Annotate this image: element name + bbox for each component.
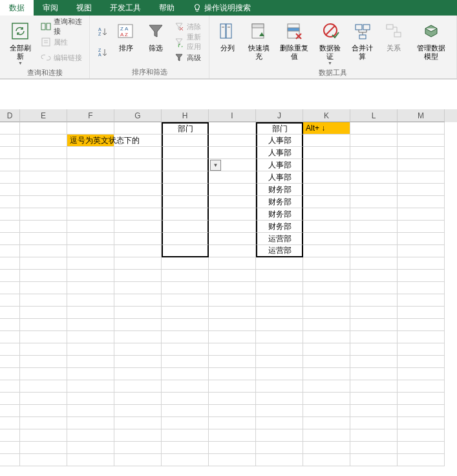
cell-E12[interactable] (20, 257, 67, 270)
cell-M8[interactable] (398, 208, 445, 221)
cell-H12[interactable] (162, 257, 209, 270)
cell-E21[interactable] (20, 368, 67, 380)
tab-data[interactable]: 数据 (0, 0, 34, 16)
cell-H18[interactable] (162, 331, 209, 343)
cell-J6[interactable]: 财务部 (256, 184, 303, 196)
cell-K27[interactable] (303, 442, 350, 454)
cell-G18[interactable] (114, 331, 162, 343)
cell-J9[interactable]: 财务部 (256, 221, 303, 233)
cell-F25[interactable] (67, 417, 114, 429)
cell-I18[interactable] (209, 331, 256, 343)
cell-F11[interactable] (67, 245, 114, 257)
cell-G25[interactable] (114, 417, 162, 429)
cell-G17[interactable] (114, 319, 162, 331)
cell-G7[interactable] (114, 196, 162, 208)
consolidate-button[interactable]: 合并计算 (347, 18, 378, 62)
cell-G3[interactable] (114, 147, 162, 159)
cell-H25[interactable] (162, 417, 209, 429)
cell-I10[interactable] (209, 233, 256, 245)
cell-F7[interactable] (67, 196, 114, 208)
cell-D19[interactable] (0, 343, 20, 356)
column-header[interactable]: F (67, 109, 114, 122)
cell-M11[interactable] (398, 245, 445, 257)
cell-F15[interactable] (67, 294, 114, 307)
properties-button[interactable]: 属性 (38, 35, 85, 49)
cell-F6[interactable] (67, 184, 114, 196)
cell-F21[interactable] (67, 368, 114, 380)
tab-developer[interactable]: 开发工具 (101, 0, 150, 16)
cell-M1[interactable] (398, 122, 445, 135)
cell-I12[interactable] (209, 257, 256, 270)
cell-E6[interactable] (20, 184, 67, 196)
cell-J26[interactable] (256, 429, 303, 442)
tab-help[interactable]: 帮助 (150, 0, 184, 16)
cell-L18[interactable] (350, 331, 398, 343)
cell-L3[interactable] (350, 147, 398, 159)
cell-L20[interactable] (350, 356, 398, 368)
cell-L25[interactable] (350, 417, 398, 429)
cell-E18[interactable] (20, 331, 67, 343)
cell-L12[interactable] (350, 257, 398, 270)
cell-F23[interactable] (67, 393, 114, 405)
cell-E22[interactable] (20, 380, 67, 393)
cell-G28[interactable] (114, 454, 162, 466)
cell-E14[interactable] (20, 282, 67, 294)
cell-K24[interactable] (303, 405, 350, 417)
cell-I3[interactable] (209, 147, 256, 159)
cell-K22[interactable] (303, 380, 350, 393)
cell-L16[interactable] (350, 307, 398, 319)
cell-E3[interactable] (20, 147, 67, 159)
cell-J1[interactable]: 部门 (256, 122, 303, 135)
cell-K11[interactable] (303, 245, 350, 257)
cell-E20[interactable] (20, 356, 67, 368)
cell-I23[interactable] (209, 393, 256, 405)
cell-K15[interactable] (303, 294, 350, 307)
cell-K5[interactable] (303, 171, 350, 184)
cell-D23[interactable] (0, 393, 20, 405)
cell-G11[interactable] (114, 245, 162, 257)
cell-M2[interactable] (398, 135, 445, 147)
cell-H22[interactable] (162, 380, 209, 393)
cell-F14[interactable] (67, 282, 114, 294)
cell-F28[interactable] (67, 454, 114, 466)
cell-D25[interactable] (0, 417, 20, 429)
cell-L1[interactable] (350, 122, 398, 135)
cell-E4[interactable] (20, 159, 67, 171)
cell-H16[interactable] (162, 307, 209, 319)
edit-links-button[interactable]: 编辑链接 (38, 50, 85, 65)
cell-D7[interactable] (0, 196, 20, 208)
cell-D21[interactable] (0, 368, 20, 380)
cell-K14[interactable] (303, 282, 350, 294)
cell-M28[interactable] (398, 454, 445, 466)
cell-H21[interactable] (162, 368, 209, 380)
cell-I28[interactable] (209, 454, 256, 466)
cell-E23[interactable] (20, 393, 67, 405)
cell-K10[interactable] (303, 233, 350, 245)
cell-G8[interactable] (114, 208, 162, 221)
filter-button[interactable]: 筛选 (142, 18, 170, 54)
cell-G6[interactable] (114, 184, 162, 196)
column-header[interactable]: G (114, 109, 162, 122)
cell-K4[interactable] (303, 159, 350, 171)
cell-M18[interactable] (398, 331, 445, 343)
cell-L15[interactable] (350, 294, 398, 307)
cell-J11[interactable]: 运营部 (256, 245, 303, 257)
cell-M17[interactable] (398, 319, 445, 331)
cell-J2[interactable]: 人事部 (256, 135, 303, 147)
cell-J8[interactable]: 财务部 (256, 208, 303, 221)
cell-K23[interactable] (303, 393, 350, 405)
spreadsheet-grid[interactable]: DEFGHIJKLM 部门部门Alt+ ↓逗号为英文状态下的人事部人事部人事部人… (0, 109, 457, 466)
cell-E1[interactable] (20, 122, 67, 135)
cell-D20[interactable] (0, 356, 20, 368)
cell-G26[interactable] (114, 429, 162, 442)
cell-D3[interactable] (0, 147, 20, 159)
cell-K7[interactable] (303, 196, 350, 208)
cell-J17[interactable] (256, 319, 303, 331)
cell-I1[interactable] (209, 122, 256, 135)
cell-E26[interactable] (20, 429, 67, 442)
cell-H7[interactable] (162, 196, 209, 208)
data-validation-button[interactable]: 数据验证 ▼ (314, 18, 345, 67)
cell-D5[interactable] (0, 171, 20, 184)
cell-I11[interactable] (209, 245, 256, 257)
cell-K3[interactable] (303, 147, 350, 159)
